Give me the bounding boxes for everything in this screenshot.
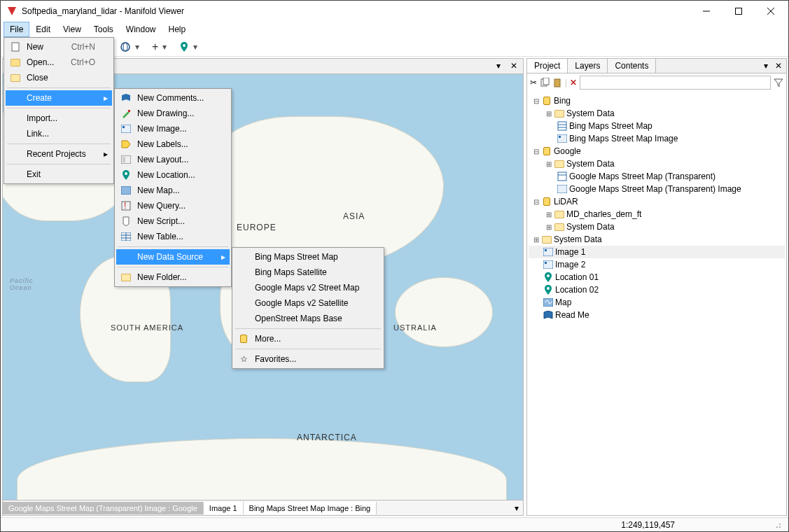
menu-file[interactable]: File [4, 22, 29, 37]
tree-google-street[interactable]: Google Maps Street Map (Transparent) [529, 170, 785, 183]
close-button[interactable] [755, 1, 787, 22]
file-recent[interactable]: Recent Projects▸ [6, 146, 112, 162]
tree-readme[interactable]: Read Me [529, 309, 785, 321]
file-create[interactable]: Create▸ [6, 90, 112, 106]
tree-google-sys[interactable]: ⊞System Data [529, 158, 785, 170]
tree-lidar[interactable]: ⊟LiDAR [529, 195, 785, 208]
menu-tools[interactable]: Tools [88, 22, 120, 37]
ds-bing-street[interactable]: Bing Maps Street Map [234, 249, 382, 265]
copy-icon[interactable] [540, 78, 550, 88]
star-icon: ☆ [237, 354, 251, 365]
create-datasource[interactable]: New Data Source▸ [116, 249, 230, 265]
menubar: File Edit View Tools Window Help [1, 22, 788, 37]
folder-icon [119, 272, 133, 283]
svg-rect-33 [123, 157, 125, 162]
tree-bing-street-img[interactable]: Bing Maps Street Map Image [529, 132, 785, 145]
create-comments[interactable]: New Comments... [116, 90, 230, 106]
minimize-button[interactable] [690, 1, 722, 22]
create-map[interactable]: New Map... [116, 183, 230, 198]
paste-icon[interactable] [552, 78, 562, 88]
ds-google-sat[interactable]: Google Maps v2 Satellite [234, 295, 382, 311]
plus-icon[interactable]: + [152, 41, 158, 53]
layer-tabbar: Google Maps Street Map (Transparent) Ima… [3, 500, 523, 515]
new-file-icon [8, 41, 22, 52]
svg-rect-17 [557, 185, 567, 193]
tree-map[interactable]: Map [529, 296, 785, 309]
file-import[interactable]: Import... [6, 111, 112, 126]
create-image[interactable]: New Image... [116, 121, 230, 136]
location-icon [119, 169, 133, 181]
menu-help[interactable]: Help [162, 22, 193, 37]
file-link[interactable]: Link... [6, 126, 112, 141]
svg-point-23 [547, 287, 550, 290]
table-icon [119, 231, 133, 242]
pin-icon[interactable] [179, 41, 189, 52]
file-exit[interactable]: Exit [6, 167, 112, 182]
file-open[interactable]: Open...Ctrl+O [6, 55, 112, 70]
menu-edit[interactable]: Edit [29, 22, 57, 37]
layer-tab-image1[interactable]: Image 1 [204, 502, 244, 514]
status-scale: 1:249,119,457 [621, 520, 675, 530]
tab-close-icon[interactable]: ✕ [510, 61, 522, 72]
menu-view[interactable]: View [57, 22, 88, 37]
ds-google-street[interactable]: Google Maps v2 Street Map [234, 280, 382, 295]
labels-icon [119, 139, 133, 150]
tree-loc1[interactable]: Location 01 [529, 271, 785, 284]
panel-tab-project[interactable]: Project [527, 59, 568, 73]
menu-window[interactable]: Window [120, 22, 162, 37]
create-query[interactable]: !New Query... [116, 198, 230, 214]
layer-tab-dropdown-icon[interactable]: ▾ [510, 503, 523, 513]
svg-rect-13 [557, 134, 567, 143]
file-menu: NewCtrl+N Open...Ctrl+O Close Create▸ Im… [4, 37, 114, 184]
panel-tab-layers[interactable]: Layers [568, 59, 608, 73]
tree-lidar-md[interactable]: ⊞MD_charles_dem_ft [529, 208, 785, 220]
database-icon [237, 333, 251, 344]
tree-image1[interactable]: Image 1 [529, 246, 785, 258]
tree-lidar-sys[interactable]: ⊞System Data [529, 220, 785, 233]
create-location[interactable]: New Location... [116, 167, 230, 183]
create-drawing[interactable]: New Drawing... [116, 106, 230, 121]
create-layout[interactable]: New Layout... [116, 152, 230, 167]
layer-tab-google[interactable]: Google Maps Street Map (Transparent) Ima… [3, 502, 204, 514]
filter-input[interactable] [580, 76, 771, 90]
tree-google-street-img[interactable]: Google Maps Street Map (Transparent) Ima… [529, 183, 785, 195]
ds-more[interactable]: More... [234, 331, 382, 346]
tree-bing-sys[interactable]: ⊞System Data [529, 107, 785, 120]
ds-favorites[interactable]: ☆Favorites... [234, 351, 382, 367]
statusbar: 1:249,119,457 [1, 517, 788, 531]
delete-icon[interactable]: ✕ [570, 78, 577, 88]
map-label-asia: ASIA [343, 211, 365, 221]
create-labels[interactable]: New Labels... [116, 136, 230, 152]
svg-rect-30 [121, 125, 131, 133]
globe-icon[interactable] [120, 41, 131, 52]
svg-rect-10 [558, 122, 566, 130]
file-close[interactable]: Close [6, 70, 112, 85]
layer-tab-bing[interactable]: Bing Maps Street Map Image : Bing [244, 502, 377, 514]
file-new[interactable]: NewCtrl+N [6, 39, 112, 55]
tree-bing[interactable]: ⊟Bing [529, 94, 785, 107]
tab-dropdown-icon[interactable]: ▾ [496, 61, 508, 72]
tree-google[interactable]: ⊟Google [529, 145, 785, 158]
ds-bing-sat[interactable]: Bing Maps Satellite [234, 265, 382, 280]
cut-icon[interactable]: ✂ [530, 78, 537, 88]
create-folder[interactable]: New Folder... [116, 270, 230, 285]
panel-close-icon[interactable]: ✕ [771, 59, 786, 73]
panel-dropdown-icon[interactable]: ▾ [761, 59, 771, 73]
datasource-menu: Bing Maps Street Map Bing Maps Satellite… [232, 247, 384, 369]
svg-point-25 [779, 526, 781, 528]
tree-image2[interactable]: Image 2 [529, 258, 785, 271]
tree-sysdata[interactable]: ⊞System Data [529, 233, 785, 246]
svg-rect-21 [545, 262, 547, 264]
svg-point-34 [125, 172, 127, 175]
tree-loc2[interactable]: Location 02 [529, 284, 785, 296]
filter-icon[interactable] [774, 78, 783, 88]
maximize-button[interactable] [722, 1, 755, 22]
tree-bing-street[interactable]: Bing Maps Street Map [529, 120, 785, 132]
ds-osm[interactable]: OpenStreet Maps Base [234, 311, 382, 326]
svg-point-5 [123, 43, 127, 51]
create-script[interactable]: New Script... [116, 214, 230, 229]
window-title: Softpedia_maryland_lidar - Manifold View… [22, 6, 690, 16]
svg-text:!: ! [124, 201, 126, 211]
panel-tab-contents[interactable]: Contents [608, 59, 656, 73]
create-table[interactable]: New Table... [116, 229, 230, 244]
